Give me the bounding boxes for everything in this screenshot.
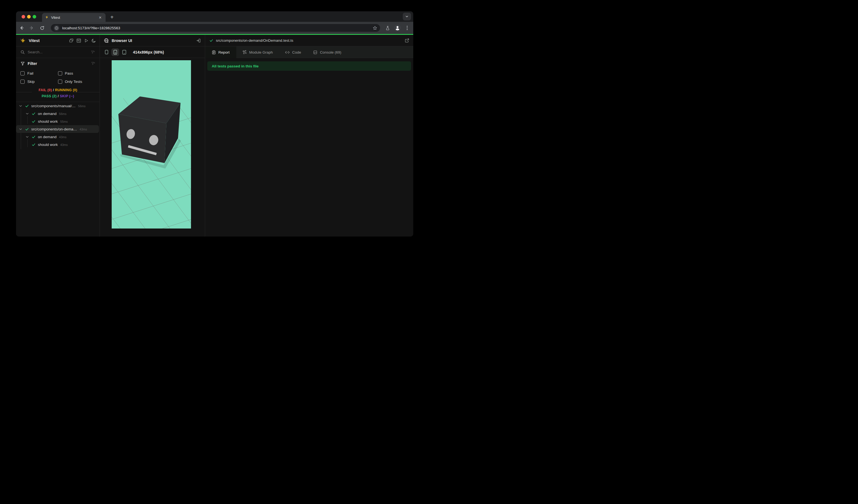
filter-checkbox-skip[interactable]: Skip xyxy=(20,80,58,84)
checkbox-label: Skip xyxy=(27,80,34,84)
checkbox-label: Only Tests xyxy=(65,80,82,84)
browser-window: Vitest ✕ + localhost:5173/#/?file=182862… xyxy=(16,11,413,237)
summary-line-1: FAIL (0) / RUNNING (0) xyxy=(16,88,100,92)
device-toolbar: 414x896px (68%) xyxy=(100,46,205,58)
console-icon xyxy=(313,50,317,54)
checkbox-icon[interactable] xyxy=(58,80,62,84)
test-tree: src/components/manual/… 56ms on demand 5… xyxy=(16,102,100,237)
code-icon xyxy=(285,50,290,54)
test-duration: 43ms xyxy=(60,143,68,146)
device-tablet-button[interactable] xyxy=(120,48,128,56)
address-bar[interactable]: localhost:5173/#/?file=1828625563 xyxy=(51,24,380,32)
report-icon xyxy=(212,50,216,54)
back-button[interactable] xyxy=(18,24,26,32)
filter-funnel-icon xyxy=(20,61,25,66)
search-icon xyxy=(20,50,25,54)
chevron-down-icon[interactable] xyxy=(19,128,22,131)
tab-label: Code xyxy=(292,50,301,54)
test-case-row[interactable]: should work 43ms xyxy=(16,141,100,148)
reload-button[interactable] xyxy=(38,24,46,32)
browser-viewport[interactable] xyxy=(112,60,191,228)
browser-tab[interactable]: Vitest ✕ xyxy=(42,13,106,22)
tab-title: Vitest xyxy=(51,15,98,20)
checkbox-label: Fail xyxy=(27,71,33,76)
chevron-down-icon[interactable] xyxy=(26,112,29,115)
preview-title: Browser UI xyxy=(112,38,132,43)
experiments-flask-icon[interactable] xyxy=(384,24,392,32)
test-duration: 43ms xyxy=(59,135,67,139)
zoom-window-button[interactable] xyxy=(33,15,36,18)
checkbox-icon[interactable] xyxy=(58,71,62,76)
test-case-row[interactable]: should work 55ms xyxy=(16,117,100,125)
summary-line-2: PASS (2) / SKIP (--) xyxy=(16,94,100,98)
checkbox-icon[interactable] xyxy=(20,80,25,84)
tab-search-button[interactable] xyxy=(403,13,411,20)
test-duration: 56ms xyxy=(78,104,86,108)
check-icon xyxy=(25,127,29,131)
close-window-button[interactable] xyxy=(21,15,25,18)
open-external-icon[interactable] xyxy=(405,38,409,43)
clear-search-filter-icon[interactable] xyxy=(91,50,95,54)
collapse-panels-icon[interactable] xyxy=(69,38,74,43)
run-all-icon[interactable] xyxy=(84,38,89,43)
check-icon xyxy=(25,104,29,108)
tab-report[interactable]: Report xyxy=(205,46,236,58)
vitest-favicon xyxy=(45,15,49,20)
tab-close-icon[interactable]: ✕ xyxy=(98,15,103,20)
test-file-row[interactable]: src/components/manual/… 56ms xyxy=(16,102,100,110)
threejs-cube-scene xyxy=(112,60,191,228)
chevron-down-icon[interactable] xyxy=(19,104,22,108)
device-phone-large-button[interactable] xyxy=(111,48,119,56)
checkbox-icon[interactable] xyxy=(20,71,25,76)
search-bar[interactable]: Search... xyxy=(16,46,99,58)
test-sidebar: Vitest xyxy=(16,35,100,237)
test-duration: 55ms xyxy=(60,119,68,123)
filter-row-1: Fail Pass xyxy=(20,71,95,76)
filter-checkbox-only-tests[interactable]: Only Tests xyxy=(58,80,96,84)
vitest-ui: Vitest xyxy=(16,35,413,237)
module-graph-icon xyxy=(242,50,247,54)
dashboard-icon[interactable] xyxy=(76,38,81,43)
tab-label: Module Graph xyxy=(249,50,273,54)
filter-row-2: Skip Only Tests xyxy=(20,80,95,84)
test-file-row-selected[interactable]: src/components/on-dema… 43ms xyxy=(16,125,99,133)
bookmark-star-icon[interactable] xyxy=(372,26,377,30)
filter-checkbox-fail[interactable]: Fail xyxy=(20,71,58,76)
filter-checkbox-pass[interactable]: Pass xyxy=(58,71,96,76)
globe-icon xyxy=(104,38,109,43)
checkbox-label: Pass xyxy=(65,71,73,76)
test-label: on demand xyxy=(38,135,57,139)
forward-button[interactable] xyxy=(28,24,36,32)
search-placeholder: Search... xyxy=(28,50,91,54)
tab-console[interactable]: Console (69) xyxy=(307,46,347,58)
report-header: src/components/on-demand/OnDemand.test.t… xyxy=(205,35,413,46)
tab-label: Console (69) xyxy=(320,50,341,54)
tab-code[interactable]: Code xyxy=(279,46,307,58)
filter-section-header: Filter xyxy=(20,61,95,66)
new-tab-button[interactable]: + xyxy=(108,14,115,21)
check-icon xyxy=(209,39,213,42)
device-phone-small-button[interactable] xyxy=(102,48,110,56)
minimize-window-button[interactable] xyxy=(27,15,31,18)
test-suite-row[interactable]: on demand 56ms xyxy=(16,110,100,117)
dark-mode-moon-icon[interactable] xyxy=(91,38,96,43)
check-icon xyxy=(32,135,35,139)
tab-strip: Vitest ✕ + xyxy=(16,11,413,22)
tab-module-graph[interactable]: Module Graph xyxy=(236,46,279,58)
test-duration: 56ms xyxy=(59,112,67,115)
divider xyxy=(16,92,32,92)
site-info-icon[interactable] xyxy=(54,25,60,31)
tab-label: Report xyxy=(218,50,230,54)
clear-filter-icon[interactable] xyxy=(91,61,95,66)
chevron-down-icon[interactable] xyxy=(26,135,29,139)
chevron-down-icon xyxy=(405,15,409,18)
test-label: on demand xyxy=(38,112,57,116)
browser-menu-icon[interactable] xyxy=(403,24,411,32)
test-summary: FAIL (0) / RUNNING (0) PASS (2) / SKIP (… xyxy=(16,86,100,102)
profile-avatar[interactable] xyxy=(394,24,401,32)
dock-panel-right-icon[interactable] xyxy=(196,38,201,43)
filter-title: Filter xyxy=(28,61,37,66)
test-label: src/components/manual/… xyxy=(31,104,76,108)
test-suite-row[interactable]: on demand 43ms xyxy=(16,133,100,141)
url-text[interactable]: localhost:5173/#/?file=1828625563 xyxy=(62,26,372,30)
